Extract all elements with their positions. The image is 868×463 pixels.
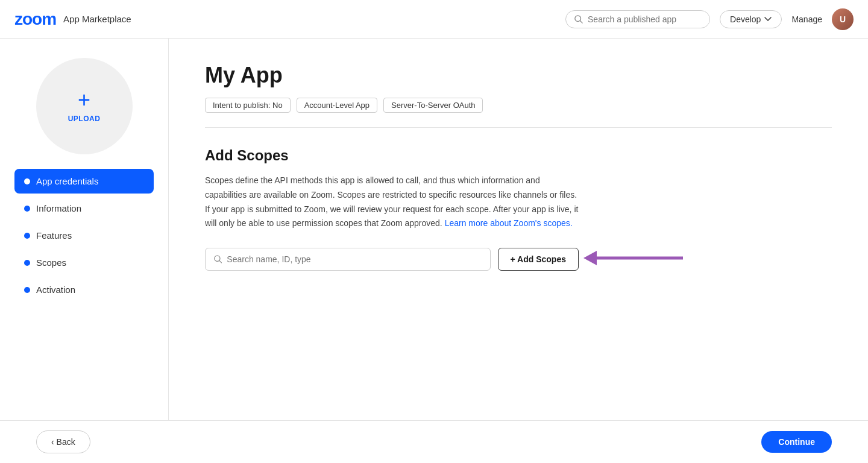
header-right: Develop Manage U [565,8,854,30]
scopes-description: Scopes define the API methods this app i… [205,174,579,231]
sidebar-item-label-app-credentials: App credentials [36,176,98,186]
search-input[interactable] [588,14,701,24]
footer-actions: ‹ Back Continue [0,420,868,463]
continue-button[interactable]: Continue [761,431,832,453]
page-layout: + UPLOAD App credentials Information Fea… [0,39,868,463]
sidebar-item-information[interactable]: Information [14,196,154,221]
main-content: My App Intent to publish: No Account-Lev… [169,39,868,463]
search-icon [574,15,583,24]
tags-row: Intent to publish: No Account-Level App … [205,98,832,113]
app-title: My App [205,63,832,88]
learn-more-link[interactable]: Learn more about Zoom's scopes. [445,218,573,228]
manage-button[interactable]: Manage [791,14,822,24]
nav-dot-scopes [24,260,30,266]
nav-dot-information [24,206,30,212]
sidebar-nav: App credentials Information Features Sco… [14,169,154,302]
add-scopes-title: Add Scopes [205,147,832,164]
tag-account-level: Account-Level App [297,98,377,113]
nav-dot-app-credentials [24,178,30,184]
scopes-input-row: + Add Scopes [205,248,579,271]
logo-area: zoom App Marketplace [14,10,131,29]
sidebar-item-activation[interactable]: Activation [14,277,154,302]
sidebar-item-label-scopes: Scopes [36,257,66,268]
upload-label: UPLOAD [68,115,101,123]
sidebar-item-features[interactable]: Features [14,223,154,248]
nav-dot-activation [24,287,30,293]
marketplace-label: App Marketplace [63,14,131,24]
upload-plus-icon: + [78,89,90,111]
tag-server-oauth: Server-To-Server OAuth [383,98,483,113]
arrow-annotation [583,247,689,271]
avatar: U [832,8,854,30]
svg-line-3 [219,260,222,263]
develop-button[interactable]: Develop [720,10,782,28]
tag-intent: Intent to publish: No [205,98,291,113]
zoom-logo: zoom [14,10,56,29]
sidebar-item-app-credentials[interactable]: App credentials [14,169,154,194]
upload-area[interactable]: + UPLOAD [36,58,133,154]
scopes-search-input[interactable] [227,254,481,264]
chevron-down-icon [764,17,772,22]
header: zoom App Marketplace Develop Manage U [0,0,868,39]
nav-dot-features [24,233,30,239]
svg-marker-5 [583,251,597,265]
sidebar-item-label-information: Information [36,203,81,213]
search-box[interactable] [565,10,710,28]
scopes-search-icon [214,255,222,263]
svg-line-1 [580,20,582,23]
sidebar: + UPLOAD App credentials Information Fea… [0,39,169,463]
section-divider [205,127,832,128]
sidebar-item-label-features: Features [36,230,72,241]
sidebar-item-scopes[interactable]: Scopes [14,250,154,275]
sidebar-item-label-activation: Activation [36,285,75,295]
scopes-search-box[interactable] [205,248,491,271]
back-button[interactable]: ‹ Back [36,430,90,453]
add-scopes-button[interactable]: + Add Scopes [498,248,579,271]
